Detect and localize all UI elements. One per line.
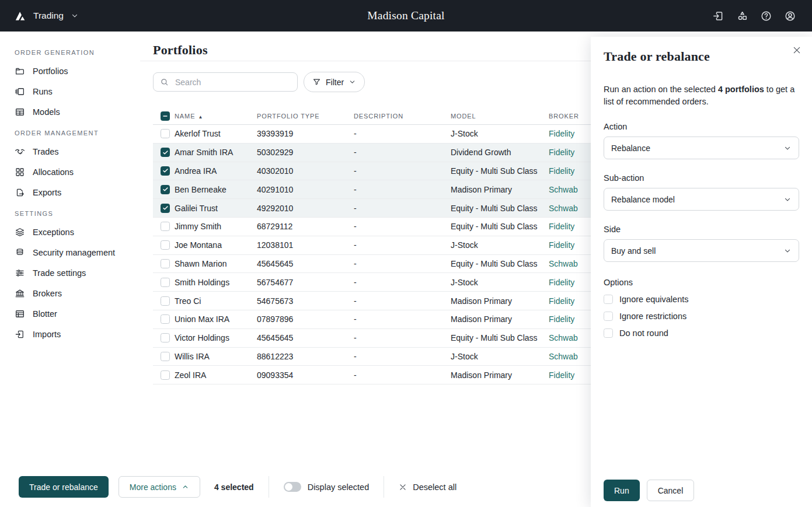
app-menu[interactable]: Trading	[14, 10, 79, 22]
filter-funnel-icon	[312, 78, 321, 86]
sidebar-item-allocations[interactable]: Allocations	[0, 162, 140, 182]
filter-button[interactable]: Filter	[304, 72, 365, 92]
table-row[interactable]: Joe Montana12038101-J-StockFidelity	[153, 236, 613, 255]
broker-link[interactable]: Fidelity	[549, 129, 574, 138]
deselect-all-button[interactable]: Deselect all	[399, 482, 456, 492]
sidebar-item-imports[interactable]: Imports	[0, 324, 140, 344]
row-checkbox[interactable]	[161, 166, 170, 176]
cell-portfolio-type: 68729112	[257, 222, 354, 231]
account-icon[interactable]	[782, 10, 798, 22]
nav-section-label: SETTINGS	[0, 210, 140, 217]
search-field[interactable]	[174, 77, 291, 88]
broker-link[interactable]: Fidelity	[549, 296, 574, 306]
panel-description: Run an action on the selected 4 portfoli…	[604, 83, 797, 108]
broker-link[interactable]: Schwab	[549, 204, 578, 213]
option-ignore-equivalents[interactable]: Ignore equivalents	[604, 295, 799, 304]
option-checkbox[interactable]	[604, 328, 613, 338]
table-row[interactable]: Shawn Marion45645645-Equity - Multi Sub …	[153, 255, 613, 274]
run-button[interactable]: Run	[604, 480, 640, 501]
row-checkbox[interactable]	[161, 296, 170, 306]
action-select[interactable]: Rebalance	[604, 137, 799, 159]
broker-link[interactable]: Fidelity	[549, 370, 574, 380]
column-header-name[interactable]: NAME▲	[175, 113, 257, 120]
trade-or-rebalance-button[interactable]: Trade or rebalance	[19, 476, 109, 498]
broker-link[interactable]: Fidelity	[549, 148, 574, 157]
row-checkbox[interactable]	[161, 314, 170, 324]
table-row[interactable]: Akerlof Trust39393919-J-StockFidelity	[153, 125, 613, 144]
sidebar-item-models[interactable]: Models	[0, 102, 140, 122]
sidebar-item-label: Trade settings	[33, 268, 86, 278]
chevron-down-icon	[71, 12, 79, 20]
broker-link[interactable]: Schwab	[549, 352, 578, 361]
row-checkbox[interactable]	[161, 185, 170, 194]
table-row[interactable]: Smith Holdings56754677-J-StockFidelity	[153, 273, 613, 292]
row-checkbox[interactable]	[161, 240, 170, 250]
sub-action-select[interactable]: Rebalance model	[604, 188, 799, 211]
option-do-not-round[interactable]: Do not round	[604, 328, 799, 338]
cell-portfolio-type: 39393919	[257, 129, 354, 138]
sidebar-item-trades[interactable]: Trades	[0, 141, 140, 162]
more-actions-button[interactable]: More actions	[119, 476, 200, 498]
table-row[interactable]: Willis IRA88612223-J-StockSchwab	[153, 348, 613, 366]
option-ignore-restrictions[interactable]: Ignore restrictions	[604, 312, 799, 321]
table-row[interactable]: Union Max IRA07897896-Madison PrimaryFid…	[153, 310, 613, 329]
help-icon[interactable]	[758, 10, 774, 22]
row-checkbox[interactable]	[161, 222, 170, 231]
sidebar-item-blotter[interactable]: Blotter	[0, 303, 140, 324]
cancel-button[interactable]: Cancel	[647, 480, 695, 501]
column-header-description[interactable]: DESCRIPTION	[354, 113, 451, 120]
cell-description: -	[354, 278, 451, 287]
row-checkbox[interactable]	[161, 129, 170, 138]
table-row[interactable]: Galilei Trust49292010-Equity - Multi Sub…	[153, 199, 613, 218]
display-selected-toggle[interactable]	[284, 482, 301, 492]
shapes-icon[interactable]	[734, 10, 750, 22]
sidebar-item-label: Allocations	[33, 167, 74, 177]
side-select[interactable]: Buy and sell	[604, 239, 799, 262]
row-checkbox[interactable]	[161, 259, 170, 268]
table-row[interactable]: Victor Holdings45645645-Equity - Multi S…	[153, 329, 613, 348]
cell-name: Joe Montana	[175, 240, 257, 250]
broker-link[interactable]: Fidelity	[549, 240, 574, 250]
sidebar-item-portfolios[interactable]: Portfolios	[0, 61, 140, 81]
toggle-knob	[285, 483, 292, 491]
cell-description: -	[354, 296, 451, 306]
table-row[interactable]: Andrea IRA40302010-Equity - Multi Sub Cl…	[153, 162, 613, 181]
search-input[interactable]	[153, 72, 298, 92]
sidebar-item-exceptions[interactable]: Exceptions	[0, 222, 140, 242]
grid-table-icon	[15, 107, 25, 117]
broker-link[interactable]: Fidelity	[549, 314, 574, 324]
row-checkbox[interactable]	[161, 204, 170, 213]
sidebar-item-runs[interactable]: Runs	[0, 81, 140, 102]
row-checkbox[interactable]	[161, 370, 170, 380]
sidebar-item-exports[interactable]: Exports	[0, 182, 140, 202]
broker-link[interactable]: Schwab	[549, 259, 578, 268]
option-checkbox[interactable]	[604, 295, 613, 304]
sidebar-item-brokers[interactable]: Brokers	[0, 283, 140, 303]
table-row[interactable]: Jimmy Smith68729112-Equity - Multi Sub C…	[153, 218, 613, 236]
broker-link[interactable]: Fidelity	[549, 222, 574, 231]
table-row[interactable]: Treo Ci54675673-Madison PrimaryFidelity	[153, 292, 613, 310]
broker-link[interactable]: Schwab	[549, 185, 578, 194]
select-all-checkbox[interactable]	[161, 111, 170, 121]
sidebar-item-trade-settings[interactable]: Trade settings	[0, 263, 140, 283]
cell-name: Akerlof Trust	[175, 129, 257, 138]
table-row[interactable]: Amar Smith IRA50302929-Dividend GrowthFi…	[153, 144, 613, 162]
column-header-model[interactable]: MODEL	[451, 113, 549, 120]
broker-link[interactable]: Fidelity	[549, 166, 574, 176]
row-checkbox[interactable]	[161, 333, 170, 342]
sidebar-item-label: Blotter	[33, 309, 57, 319]
sidebar-item-security-management[interactable]: Security management	[0, 242, 140, 263]
broker-link[interactable]: Schwab	[549, 333, 578, 342]
table-row[interactable]: Ben Berneake40291010-Madison PrimarySchw…	[153, 180, 613, 199]
option-checkbox[interactable]	[604, 312, 613, 321]
row-checkbox[interactable]	[161, 352, 170, 361]
row-checkbox[interactable]	[161, 148, 170, 157]
option-label: Ignore restrictions	[619, 312, 686, 321]
column-header-portfolio-type[interactable]: PORTFOLIO TYPE	[257, 113, 354, 120]
table-row[interactable]: Zeol IRA09093354-Madison PrimaryFidelity	[153, 366, 613, 384]
close-icon[interactable]	[792, 46, 801, 55]
cell-name: Shawn Marion	[175, 259, 257, 268]
row-checkbox[interactable]	[161, 278, 170, 287]
broker-link[interactable]: Fidelity	[549, 278, 574, 287]
document-import-icon[interactable]	[710, 10, 726, 22]
